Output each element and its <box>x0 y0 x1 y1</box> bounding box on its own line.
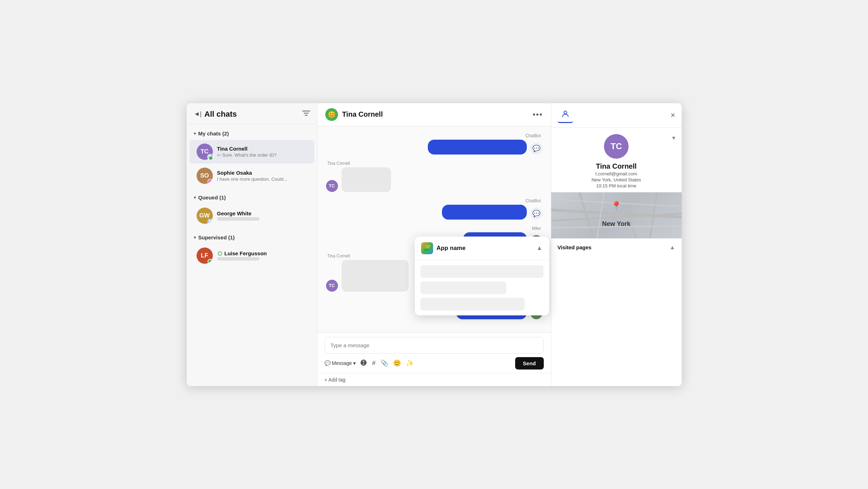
preview-bar-george <box>217 217 260 221</box>
message-toolbar: 💬 Message ▾ 🅘 # 📎 🙂 ✨ Send <box>325 357 544 369</box>
sidebar: ◄| All chats ▾ My chats (2) TC <box>187 103 318 386</box>
more-options-button[interactable]: ••• <box>532 110 543 119</box>
avatar-tina-cornell: TC <box>197 144 213 160</box>
app-container: ◄| All chats ▾ My chats (2) TC <box>187 103 682 386</box>
contact-section-chevron[interactable]: ▾ <box>672 134 675 142</box>
app-content-bar-3 <box>420 298 525 310</box>
chatbot-avatar-1: 💬 <box>530 142 542 155</box>
online-badge-tina <box>208 156 213 161</box>
contact-email: t.cornell@gmail.com <box>595 171 637 176</box>
message-row-3: ChatBot 💬 <box>326 198 542 220</box>
sophie-osaka-info: Sophie Osaka I have one more question. C… <box>217 170 307 182</box>
tab-contact[interactable] <box>558 107 573 123</box>
queued-chevron: ▾ <box>194 195 196 200</box>
map-pin: 📍 <box>611 201 622 212</box>
george-white-preview <box>217 217 307 221</box>
chat-item-luise-fergusson[interactable]: LF Luise Fergusson <box>190 244 314 267</box>
message-with-avatar-5: TC <box>326 260 409 292</box>
supervised-header[interactable]: ▾ Supervised (1) <box>187 232 317 243</box>
tina-cornell-preview: ↩ Sure. What's the order ID? <box>217 152 307 158</box>
right-panel-header: × <box>551 103 682 128</box>
chatbot-avatar-3: 💬 <box>530 208 542 220</box>
luise-fergusson-preview <box>217 257 307 261</box>
chat-item-tina-cornell[interactable]: TC Tina Cornell ↩ Sure. What's the order… <box>190 140 314 163</box>
bubble-5 <box>342 260 409 292</box>
message-row-1: ChatBot 💬 <box>326 133 542 155</box>
message-type-button[interactable]: 💬 Message ▾ <box>325 360 356 366</box>
message-with-avatar-3: 💬 <box>442 205 542 220</box>
visited-pages-label: Visited pages <box>558 244 592 250</box>
chat-header-name: Tina Cornell <box>342 110 383 118</box>
george-white-name: George White <box>217 210 307 216</box>
message-input[interactable] <box>325 337 544 354</box>
bubble-3 <box>442 205 527 220</box>
right-panel: × ▾ TC Tina Cornell t.cornell@gmail.com … <box>551 103 682 386</box>
app-name-label: App name <box>437 245 466 252</box>
back-icon[interactable]: ◄| <box>194 110 202 118</box>
app-content-bar-1 <box>420 265 543 278</box>
tina-cornell-name: Tina Cornell <box>217 146 307 152</box>
sender-label-3: ChatBot <box>524 198 542 203</box>
contact-name: Tina Cornell <box>596 162 636 170</box>
sender-label-2: Tina Cornell <box>326 161 351 166</box>
my-chats-section: ▾ My chats (2) TC Tina Cornell ↩ Sure. W… <box>187 124 317 188</box>
visited-pages-chevron: ▲ <box>670 244 675 251</box>
my-chats-label: My chats (2) <box>198 130 229 136</box>
filter-icon[interactable] <box>302 110 310 118</box>
tina-cornell-info: Tina Cornell ↩ Sure. What's the order ID… <box>217 146 307 158</box>
my-chats-header[interactable]: ▾ My chats (2) <box>187 128 317 139</box>
hashtag-button[interactable]: # <box>372 360 375 367</box>
magic-button[interactable]: ✨ <box>406 359 414 367</box>
supervised-chevron: ▾ <box>194 235 196 240</box>
svg-point-6 <box>218 251 222 255</box>
emoji-button[interactable]: 🙂 <box>393 359 401 367</box>
queued-label: Queued (1) <box>198 194 226 200</box>
preview-bar-luise <box>217 257 260 261</box>
chat-header: 😊 Tina Cornell ••• <box>318 103 551 126</box>
message-with-avatar-1: 💬 <box>428 140 542 155</box>
bubble-2 <box>342 167 391 192</box>
info-button[interactable]: 🅘 <box>361 360 367 367</box>
avatar-luise-fergusson: LF <box>197 248 213 264</box>
contact-section: ▾ TC Tina Cornell t.cornell@gmail.com Ne… <box>551 128 682 192</box>
chat-header-left: 😊 Tina Cornell <box>325 108 383 121</box>
sidebar-header-left: ◄| All chats <box>194 110 237 119</box>
supervised-label: Supervised (1) <box>198 234 235 240</box>
right-panel-tabs <box>558 107 573 123</box>
svg-point-7 <box>564 111 567 114</box>
my-chats-chevron: ▾ <box>194 131 196 136</box>
attachment-button[interactable]: 📎 <box>380 359 388 367</box>
luise-fergusson-info: Luise Fergusson <box>217 250 307 261</box>
contact-location: New York, United States <box>592 177 641 182</box>
contact-avatar-large: TC <box>604 134 629 159</box>
chat-item-george-white[interactable]: GW George White <box>190 204 314 227</box>
contact-time: 10:15 PM local time <box>596 183 636 188</box>
svg-line-10 <box>579 192 593 238</box>
chat-item-sophie-osaka[interactable]: SO Sophie Osaka I have one more question… <box>190 164 314 187</box>
visited-pages-section[interactable]: Visited pages ▲ <box>551 238 682 256</box>
supervised-section: ▾ Supervised (1) LF Luise Fergusson <box>187 228 317 268</box>
app-popup-header-left: 🧩 App name <box>421 242 466 254</box>
online-badge-luise <box>208 259 213 264</box>
close-panel-button[interactable]: × <box>671 111 675 119</box>
app-content-bar-2 <box>420 281 507 294</box>
luise-fergusson-name: Luise Fergusson <box>217 250 307 256</box>
tina-avatar-5: TC <box>326 280 338 292</box>
message-row-2: Tina Cornell TC <box>326 161 542 192</box>
send-button[interactable]: Send <box>515 357 544 369</box>
add-tag-row[interactable]: + Add tag <box>318 373 551 386</box>
map-placeholder: 📍 New York <box>551 192 682 238</box>
avatar-george-white: GW <box>197 208 213 224</box>
app-icon: 🧩 <box>421 242 433 254</box>
app-popup-chevron[interactable]: ▲ <box>536 244 543 252</box>
bubble-1 <box>428 140 527 155</box>
chat-header-avatar-icon: 😊 <box>325 108 338 121</box>
map-area: 📍 New York Map data ©2023 Terms Report a… <box>551 192 682 238</box>
svg-point-4 <box>210 181 211 182</box>
queued-section: ▾ Queued (1) GW George White <box>187 188 317 228</box>
sender-label-1: ChatBot <box>524 133 542 138</box>
app-popup: 🧩 App name ▲ <box>415 237 549 315</box>
queued-header[interactable]: ▾ Queued (1) <box>187 192 317 203</box>
instagram-badge-sophie <box>208 179 213 184</box>
sidebar-header: ◄| All chats <box>187 103 317 124</box>
